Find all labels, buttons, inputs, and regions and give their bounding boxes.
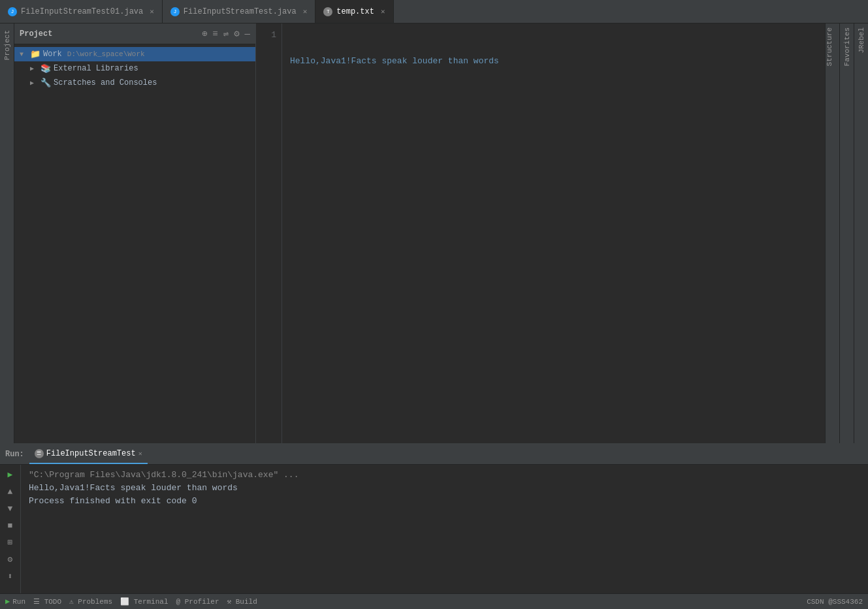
- status-run-label: Run: [12, 598, 25, 606]
- tree-label-work: Work: [43, 50, 62, 59]
- favorites-panel: Favorites: [839, 23, 854, 443]
- run-more-button[interactable]: ⬍: [3, 569, 18, 584]
- run-play-button[interactable]: ▶: [3, 467, 18, 482]
- tree-path-work: D:\work_space\Work: [67, 50, 145, 58]
- run-tab-icon: ☰: [35, 449, 44, 458]
- tab-bar: J FileInputStreamTest01.java ✕ J FileInp…: [0, 0, 868, 23]
- status-build[interactable]: ⚒ Build: [227, 597, 257, 606]
- folder-icon-work: 📁: [30, 49, 40, 59]
- editor-area: 1 Hello,Java1!Facts speak louder than wo…: [256, 23, 825, 443]
- toolbar-icon-settings[interactable]: ⚙: [234, 28, 239, 39]
- tab-file1[interactable]: J FileInputStreamTest01.java ✕: [0, 0, 163, 23]
- tab2-label: FileInputStreamTest.java: [184, 7, 297, 16]
- run-grid-button[interactable]: ⊞: [3, 535, 18, 550]
- status-todo[interactable]: ☰ TODO: [33, 597, 61, 606]
- toolbar-icon-minimize[interactable]: —: [245, 29, 250, 39]
- run-output-line1: Hello,Java1!Facts speak louder than word…: [29, 482, 860, 495]
- tree-item-scratches[interactable]: ▶ 🔧 Scratches and Consoles: [14, 76, 255, 90]
- tab3-close[interactable]: ✕: [381, 7, 385, 16]
- project-panel: Project ⊕ ≡ ⇌ ⚙ — ▼ 📁 Work D:\work_space…: [14, 23, 256, 443]
- project-toolbar: Project ⊕ ≡ ⇌ ⚙ —: [14, 23, 255, 44]
- jrebel-label[interactable]: JRebel: [858, 23, 865, 57]
- line-numbers: 1: [256, 23, 282, 443]
- run-sidebar-buttons: ▶ ▲ ▼ ■ ⊞ ⚙ ⬍: [0, 465, 21, 593]
- tree-arrow-scratches: ▶: [30, 79, 38, 87]
- scratch-icon: 🔧: [40, 78, 51, 88]
- tree-label-scratches: Scratches and Consoles: [54, 78, 157, 87]
- tab3-label: temp.txt: [336, 7, 374, 16]
- run-tab-main[interactable]: ☰ FileInputStreamTest ✕: [29, 444, 148, 464]
- lib-icon: 📚: [40, 63, 51, 74]
- status-right: CSDN @SSS4362: [807, 598, 863, 606]
- run-output-cmd: "C:\Program Files\Java\jdk1.8.0_241\bin\…: [29, 469, 860, 482]
- tree-item-work[interactable]: ▼ 📁 Work D:\work_space\Work: [14, 47, 255, 61]
- txt-icon: T: [323, 7, 332, 16]
- java-icon: J: [8, 7, 17, 16]
- left-sidebar: Project: [0, 23, 14, 443]
- status-problems[interactable]: ⚠ Problems: [69, 597, 112, 606]
- tab-file3[interactable]: T temp.txt ✕: [315, 0, 393, 23]
- tree-arrow-extlibs: ▶: [30, 65, 38, 72]
- run-content: ▶ ▲ ▼ ■ ⊞ ⚙ ⬍ "C:\Program Files\Java\jdk…: [0, 465, 868, 593]
- run-tab-bar: Run: ☰ FileInputStreamTest ✕: [0, 444, 868, 465]
- run-scroll-up-button[interactable]: ▲: [3, 484, 18, 499]
- tab2-close[interactable]: ✕: [303, 7, 308, 16]
- tab1-label: FileInputStreamTest01.java: [21, 7, 143, 16]
- tab-file2[interactable]: J FileInputStreamTest.java ✕: [163, 0, 315, 23]
- java-icon2: J: [170, 7, 180, 16]
- run-scroll-down-button[interactable]: ▼: [3, 501, 18, 516]
- status-csdn: CSDN @SSS4362: [807, 598, 863, 606]
- run-settings-button[interactable]: ⚙: [3, 552, 18, 567]
- tab1-close[interactable]: ✕: [150, 7, 154, 16]
- line-number-1: 1: [256, 29, 276, 42]
- structure-label[interactable]: Structure: [826, 23, 839, 70]
- run-tab-close[interactable]: ✕: [138, 450, 142, 458]
- tree-arrow-work: ▼: [20, 51, 27, 58]
- editor-content[interactable]: 1 Hello,Java1!Facts speak louder than wo…: [256, 23, 825, 443]
- status-bar: ▶ Run ☰ TODO ⚠ Problems ⬜ Terminal @ Pro…: [0, 593, 868, 609]
- project-toolbar-title: Project: [20, 29, 197, 39]
- run-output: "C:\Program Files\Java\jdk1.8.0_241\bin\…: [21, 465, 868, 593]
- run-label: Run:: [5, 450, 24, 459]
- toolbar-icon-sync[interactable]: ⇌: [223, 28, 229, 39]
- jrebel-panel: JRebel: [854, 23, 868, 443]
- project-tree: ▼ 📁 Work D:\work_space\Work ▶ 📚 External…: [14, 44, 255, 443]
- status-profiler[interactable]: @ Profiler: [176, 598, 219, 606]
- main-area: Project Project ⊕ ≡ ⇌ ⚙ — ▼ 📁 Work D:\wo…: [0, 23, 868, 443]
- tree-label-extlibs: External Libraries: [54, 64, 138, 73]
- editor-text[interactable]: Hello,Java1!Facts speak louder than word…: [282, 23, 825, 443]
- project-sidebar-label[interactable]: Project: [3, 26, 11, 64]
- status-run-icon: ▶: [5, 597, 10, 606]
- run-tab-label: FileInputStreamTest: [46, 449, 136, 458]
- status-terminal[interactable]: ⬜ Terminal: [120, 597, 168, 606]
- right-sidebar: Structure: [825, 23, 839, 443]
- status-left: ▶ Run ☰ TODO ⚠ Problems ⬜ Terminal @ Pro…: [5, 597, 257, 606]
- toolbar-icon-list[interactable]: ≡: [212, 29, 217, 39]
- tree-item-extlibs[interactable]: ▶ 📚 External Libraries: [14, 61, 255, 76]
- status-run-button[interactable]: ▶ Run: [5, 597, 25, 606]
- run-output-exit: Process finished with exit code 0: [29, 495, 860, 508]
- run-stop-button[interactable]: ■: [3, 518, 18, 533]
- favorites-label[interactable]: Favorites: [843, 23, 851, 70]
- toolbar-icon-globe[interactable]: ⊕: [202, 28, 207, 39]
- editor-line-1: Hello,Java1!Facts speak louder than word…: [290, 55, 817, 68]
- bottom-panel: Run: ☰ FileInputStreamTest ✕ ▶ ▲ ▼ ■ ⊞ ⚙…: [0, 443, 868, 593]
